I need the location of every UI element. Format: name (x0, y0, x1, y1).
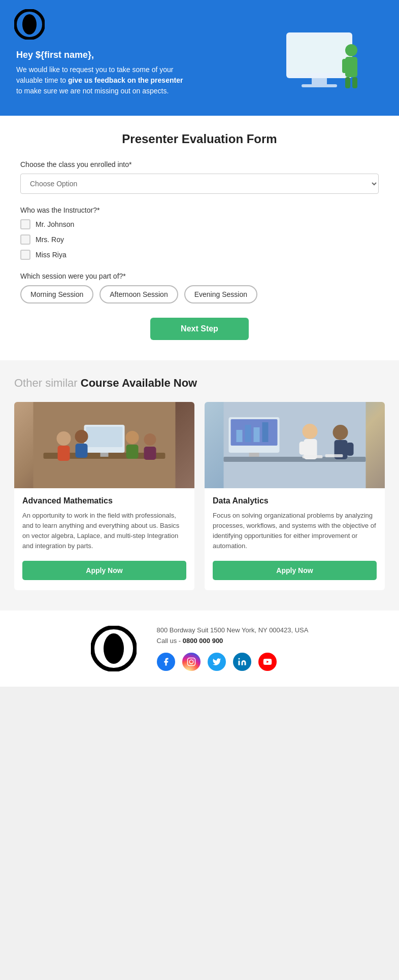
apply-btn-1[interactable]: Apply Now (213, 561, 377, 580)
svg-point-45 (189, 660, 193, 664)
svg-rect-28 (237, 430, 243, 442)
svg-rect-29 (245, 425, 251, 442)
header-greeting: Hey ${first name}, (16, 50, 189, 60)
course-body-1: Data Analytics Focus on solving organiza… (205, 488, 385, 590)
footer-phone-number: 0800 000 900 (183, 637, 223, 645)
course-image-1 (205, 402, 385, 488)
logo-icon (14, 9, 45, 40)
instructor-group: Who was the Instructor?* Mr. Johnson Mrs… (20, 206, 379, 260)
course-desc-0: An opportunity to work in the field with… (22, 511, 186, 552)
form-section: Presenter Evaluation Form Choose the cla… (0, 116, 399, 360)
courses-heading-light: Other similar (14, 377, 81, 389)
course-img-svg-1 (205, 402, 385, 488)
instructor-name-2: Miss Riya (36, 251, 66, 259)
svg-rect-11 (352, 77, 357, 88)
courses-heading-bold: Course Available Now (81, 377, 197, 389)
footer-logo-icon (91, 626, 137, 671)
session-buttons: Morning Session Afternoon Session Evenin… (20, 285, 379, 303)
class-group: Choose the class you enrolled into* Choo… (20, 160, 379, 194)
session-btn-evening[interactable]: Evening Session (184, 285, 257, 303)
svg-rect-20 (76, 444, 88, 458)
class-select[interactable]: Choose Option Class A Class B (20, 174, 379, 194)
instructor-radio-group: Mr. Johnson Mrs. Roy Miss Riya (20, 219, 379, 260)
instructor-label: Who was the Instructor?* (20, 206, 379, 214)
footer-section: 800 Bordway Suit 1500 New York, NY 00042… (0, 611, 399, 687)
header-section: Hey ${first name}, We would like to requ… (0, 0, 399, 116)
svg-point-43 (104, 633, 124, 664)
form-title: Presenter Evaluation Form (20, 132, 379, 146)
svg-rect-31 (262, 422, 269, 442)
course-body-0: Advanced Mathematics An opportunity to w… (14, 488, 194, 590)
svg-rect-15 (86, 427, 123, 447)
header-text: Hey ${first name}, We would like to requ… (16, 50, 189, 96)
footer-socials (157, 653, 277, 671)
instructor-checkbox-1[interactable] (20, 234, 30, 245)
svg-point-48 (238, 658, 240, 659)
courses-heading: Other similar Course Available Now (14, 377, 385, 390)
header-highlight: give us feedback on the presenter (68, 76, 183, 84)
next-step-container: Next Step (20, 318, 379, 340)
svg-rect-40 (303, 455, 323, 458)
session-btn-morning[interactable]: Morning Session (20, 285, 93, 303)
course-card-0: Advanced Mathematics An opportunity to w… (14, 402, 194, 590)
svg-point-1 (22, 14, 37, 35)
session-group: Which session were you part of?* Morning… (20, 272, 379, 303)
svg-rect-8 (342, 59, 348, 73)
instructor-name-1: Mrs. Roy (36, 235, 64, 244)
presenter-illustration (271, 22, 373, 104)
class-label: Choose the class you enrolled into* (20, 160, 379, 168)
social-youtube-icon[interactable] (258, 653, 277, 671)
social-facebook-icon[interactable] (157, 653, 175, 671)
session-btn-afternoon[interactable]: Afternoon Session (99, 285, 178, 303)
social-twitter-icon[interactable] (208, 653, 226, 671)
course-card-1: Data Analytics Focus on solving organiza… (205, 402, 385, 590)
svg-rect-22 (126, 445, 139, 459)
header-body-post: to make sure we are not missing out on a… (16, 87, 169, 95)
svg-point-34 (303, 424, 318, 439)
footer-phone: Call us - 0800 000 900 (157, 637, 223, 645)
svg-rect-16 (101, 453, 109, 457)
svg-rect-24 (144, 447, 156, 460)
svg-rect-10 (345, 77, 350, 88)
svg-rect-44 (187, 658, 195, 665)
course-image-0 (14, 402, 194, 488)
svg-point-46 (193, 659, 194, 660)
course-name-0: Advanced Mathematics (22, 496, 186, 505)
svg-rect-30 (254, 427, 260, 442)
instructor-name-0: Mr. Johnson (36, 220, 74, 228)
instructor-item-0[interactable]: Mr. Johnson (20, 219, 379, 229)
course-img-svg-0 (14, 402, 194, 488)
svg-rect-47 (238, 660, 240, 665)
footer-logo-container (91, 626, 137, 671)
svg-rect-3 (289, 36, 349, 73)
courses-grid: Advanced Mathematics An opportunity to w… (14, 402, 385, 590)
apply-btn-0[interactable]: Apply Now (22, 561, 186, 580)
svg-rect-39 (347, 443, 354, 456)
next-step-button[interactable]: Next Step (150, 318, 249, 340)
courses-section: Other similar Course Available Now (0, 360, 399, 611)
footer-info: 800 Bordway Suit 1500 New York, NY 00042… (157, 626, 309, 671)
svg-point-37 (333, 425, 348, 440)
social-instagram-icon[interactable] (182, 653, 201, 671)
instructor-item-2[interactable]: Miss Riya (20, 250, 379, 260)
svg-point-19 (75, 430, 88, 443)
social-linkedin-icon[interactable] (233, 653, 251, 671)
svg-rect-32 (249, 453, 259, 457)
header-logo (14, 9, 45, 42)
course-desc-1: Focus on solving organizational problems… (213, 511, 377, 552)
session-label: Which session were you part of?* (20, 272, 379, 280)
header-illustration (271, 22, 383, 104)
svg-point-23 (144, 433, 156, 446)
svg-rect-5 (302, 84, 337, 87)
footer-call-label: Call us - (157, 637, 183, 645)
header-body: We would like to request you to take som… (16, 64, 189, 96)
svg-rect-41 (325, 454, 343, 457)
svg-point-6 (345, 44, 357, 56)
svg-rect-4 (312, 78, 327, 84)
instructor-checkbox-2[interactable] (20, 250, 30, 260)
instructor-checkbox-0[interactable] (20, 219, 30, 229)
instructor-item-1[interactable]: Mrs. Roy (20, 234, 379, 245)
svg-point-21 (126, 431, 139, 444)
svg-rect-9 (351, 59, 357, 73)
svg-rect-18 (58, 446, 70, 461)
